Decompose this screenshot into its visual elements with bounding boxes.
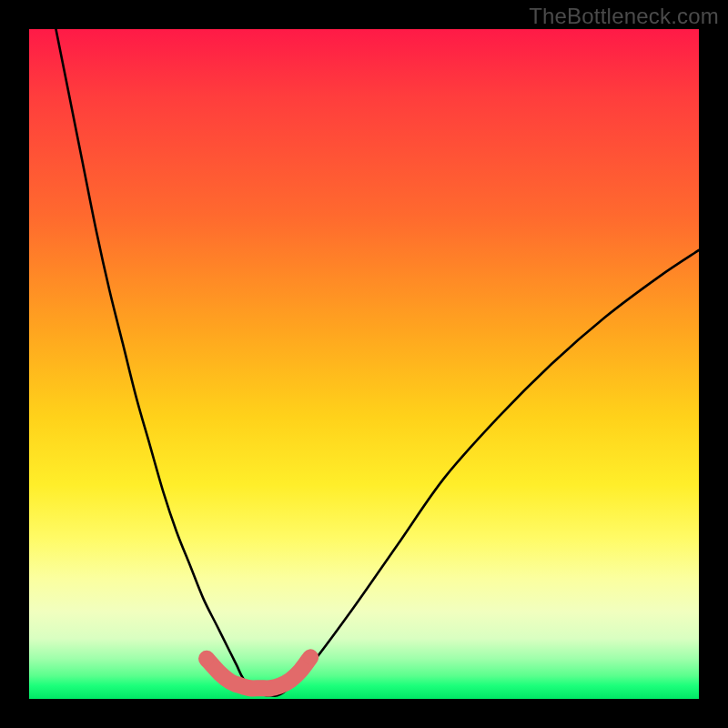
optimal-band-stroke (207, 657, 310, 688)
optimal-band-end-dot (303, 650, 318, 664)
optimal-band-markers (199, 650, 318, 688)
bottleneck-curve (56, 29, 699, 696)
optimal-band-end-dot (199, 652, 214, 666)
watermark-label: TheBottleneck.com (529, 4, 719, 29)
chart-frame: TheBottleneck.com (0, 0, 728, 728)
plot-area (29, 29, 699, 699)
curve-layer (29, 29, 699, 699)
